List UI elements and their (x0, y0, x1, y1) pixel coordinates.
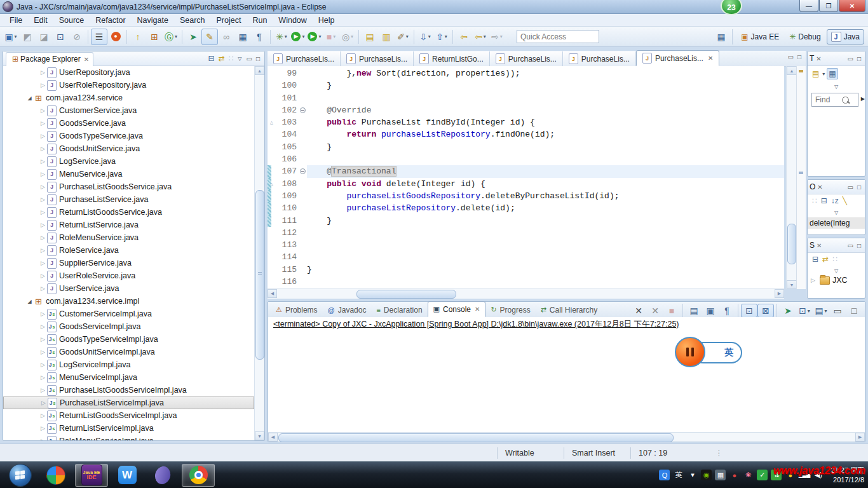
console-view-tab-console[interactable]: ▣Console✕ (428, 301, 486, 317)
code-line[interactable]: 106 (268, 153, 784, 165)
expand-arrow-icon[interactable]: ▷ (39, 425, 47, 431)
project-tree-item[interactable]: ▷ JXC (808, 274, 865, 286)
expand-arrow-icon[interactable]: ▷ (39, 222, 47, 228)
expand-arrow-icon[interactable]: ▷ (39, 374, 47, 381)
dropdown-arrow-icon[interactable]: ▾ (302, 34, 304, 39)
task-list-tab[interactable]: T (810, 54, 814, 63)
scroll-up-icon[interactable]: ▲ (255, 66, 264, 75)
expand-arrow-icon[interactable]: ▷ (39, 362, 47, 368)
perspective-debug[interactable]: ✳Debug (785, 29, 825, 44)
expand-arrow-icon[interactable]: ▷ (39, 234, 47, 241)
code-line[interactable]: 112 (268, 227, 784, 239)
save-all-icon[interactable]: ◪ (36, 29, 52, 45)
run-secure-icon[interactable]: ▶▾ (306, 29, 323, 45)
display-switch-icon[interactable]: ▦ (715, 470, 726, 480)
minimize-editor-icon[interactable]: ▭ (788, 53, 794, 60)
expand-arrow-icon[interactable]: ▶ (861, 96, 865, 102)
maximize-view-icon[interactable]: □ (256, 55, 260, 62)
word-wrap-icon[interactable]: ¶ (719, 304, 735, 318)
dropdown-arrow-icon[interactable]: ▾ (333, 34, 336, 39)
start-button[interactable] (4, 464, 37, 487)
collapse-all-icon[interactable]: ⊟ (821, 196, 827, 205)
scrollbar-thumb[interactable] (356, 290, 456, 299)
tree-item[interactable]: ◢⊞com.java1234.service (3, 92, 254, 104)
expand-arrow-icon[interactable]: ▷ (39, 69, 47, 76)
expand-arrow-icon[interactable]: ▷ (39, 133, 47, 139)
code-line[interactable]: 110 purchaseListRepository.delete(id); (268, 202, 784, 214)
task-find-box[interactable] (811, 93, 858, 107)
chrome[interactable] (182, 464, 215, 487)
dropdown-arrow-icon[interactable]: ▾ (428, 34, 431, 39)
expand-arrow-icon[interactable]: ▷ (39, 209, 47, 215)
run-icon[interactable]: ▶▾ (290, 29, 306, 45)
maximize-view-icon[interactable]: □ (857, 184, 861, 191)
tree-item[interactable]: ▷JsCustomerServiceImpl.java (3, 308, 254, 320)
dropdown-arrow-icon[interactable]: ▾ (445, 34, 447, 39)
collapse-all-icon[interactable]: ⊟ (812, 255, 818, 264)
code-line[interactable]: 100 } (268, 79, 784, 92)
tree-item[interactable]: ▷JCustomerService.java (3, 104, 254, 117)
view-menu-icon[interactable]: ∷ (832, 255, 837, 264)
code-line[interactable]: 104 return purchaseListRepository.findOn… (268, 128, 784, 140)
open-console-icon[interactable]: ▤▾ (813, 304, 829, 318)
mysql-dolphin[interactable] (146, 464, 179, 487)
scroll-left-icon[interactable]: ◀ (268, 433, 278, 442)
wps-writer[interactable]: W (111, 464, 144, 487)
security-center-icon[interactable]: ● (729, 470, 740, 480)
open-resource-icon[interactable]: ▤ (362, 29, 378, 45)
show-console-icon[interactable]: ⊡ (52, 29, 69, 45)
nvidia-icon[interactable]: ◉ (701, 470, 712, 480)
maximize-view-icon[interactable]: □ (846, 304, 862, 318)
tree-item[interactable]: ▷JReturnListGoodsService.java (3, 206, 254, 219)
display-console-icon[interactable]: ⊡▾ (796, 304, 813, 318)
menu-edit[interactable]: Edit (28, 15, 53, 26)
dropdown-arrow-icon[interactable]: ▾ (406, 34, 409, 39)
expand-arrow-icon[interactable]: ▷ (39, 146, 47, 152)
web-service-icon[interactable]: ● (107, 29, 124, 45)
tree-item[interactable]: ▷JMenuService.java (3, 168, 254, 180)
pin-editor-icon[interactable]: ➤ (185, 29, 201, 45)
menu-file[interactable]: File (4, 15, 28, 26)
expand-arrow-icon[interactable]: ▷ (39, 387, 47, 393)
tree-item[interactable]: ▷JRoleMenuService.java (3, 231, 254, 244)
maximize-view-icon[interactable]: □ (857, 55, 861, 62)
close-icon[interactable]: ✕ (817, 184, 822, 191)
new-deploy-icon[interactable]: ↑ (130, 29, 146, 45)
menu-run[interactable]: Run (247, 15, 273, 26)
show-stderr-icon[interactable]: ⊠ (757, 304, 774, 318)
debug-icon[interactable]: ✳▾ (273, 29, 290, 45)
view-menu-icon[interactable]: ∷ (229, 54, 234, 63)
collapse-all-icon[interactable]: ⊟ (208, 54, 215, 63)
ime-arrow-icon[interactable]: ▾ (687, 470, 698, 480)
console-output[interactable]: 英 (268, 330, 865, 433)
expand-arrow-icon[interactable]: ▷ (39, 184, 47, 190)
perspective-java[interactable]: JJava (827, 29, 864, 44)
skip-breakpoints-icon[interactable]: ⊘ (69, 29, 85, 45)
code-line[interactable]: 114 (268, 251, 784, 263)
save-icon[interactable]: ◩ (19, 29, 36, 45)
view-chevron-icon[interactable]: ▽ (834, 210, 838, 215)
ime-pause-button[interactable] (675, 337, 705, 367)
last-edit-icon[interactable]: ✎ (201, 29, 218, 45)
restore-button[interactable]: ❐ (819, 0, 838, 12)
maximize-view-icon[interactable]: □ (857, 242, 861, 249)
overview-ruler[interactable] (796, 66, 806, 289)
new-task-icon[interactable]: ▤ (812, 69, 819, 78)
dropdown-arrow-icon[interactable]: ▾ (318, 34, 321, 39)
tree-item[interactable]: ◢⊞com.java1234.service.impl (3, 295, 254, 308)
sogou-ime-widget[interactable]: 英 (675, 336, 743, 369)
scroll-down-icon[interactable]: ▼ (787, 280, 797, 289)
scroll-up-icon[interactable]: ▲ (787, 66, 797, 75)
back-icon[interactable]: ⇦▾ (472, 29, 489, 45)
maximize-editor-icon[interactable]: □ (797, 53, 801, 60)
close-tab-icon[interactable]: ✕ (475, 306, 480, 313)
expand-arrow-icon[interactable]: ▷ (39, 171, 47, 177)
editor-tab[interactable]: JPurchaseLis... (341, 51, 414, 66)
categorized-view-icon[interactable]: ▦ (827, 68, 837, 79)
tree-item[interactable]: ▷JsGoodsServiceImpl.java (3, 320, 254, 333)
menu-window[interactable]: Window (273, 15, 312, 26)
expand-arrow-icon[interactable]: ▷ (39, 273, 47, 279)
view-chevron-icon[interactable]: ▽ (834, 84, 838, 90)
expand-arrow-icon[interactable]: ▷ (39, 349, 47, 355)
scroll-right-icon[interactable]: ▶ (775, 289, 784, 298)
